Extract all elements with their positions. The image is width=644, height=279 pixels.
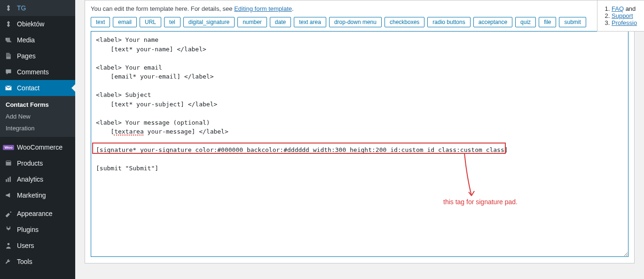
main-content: You can edit the form template here. For… — [75, 0, 644, 279]
sidebar-item-label: Products — [17, 159, 43, 167]
sidebar-sub-add-new[interactable]: Add New — [0, 111, 75, 122]
media-icon — [4, 35, 13, 45]
panel-description: You can edit the form template here. For… — [91, 5, 628, 12]
mail-icon — [4, 83, 13, 93]
svg-rect-3 — [9, 176, 10, 182]
sidebar-sub-contact-forms[interactable]: Contact Forms — [0, 99, 75, 111]
tag-button-submit[interactable]: submit — [559, 17, 586, 27]
tag-button-checkboxes[interactable]: checkboxes — [385, 17, 424, 27]
sidebar-item-comments[interactable]: Comments — [0, 64, 75, 80]
sidebar-item-analytics[interactable]: Analytics — [0, 171, 75, 187]
sidebar-item-label: WooCommerce — [17, 143, 63, 151]
sidebar-item-label: Obiektów — [17, 20, 44, 28]
analytics-icon — [4, 175, 13, 184]
sidebar-item-products[interactable]: Products — [0, 155, 75, 171]
textarea-wrapper: <label> Your name [text* your-name] </la… — [91, 31, 628, 258]
help-link-support[interactable]: Support — [612, 12, 633, 19]
editing-template-link[interactable]: Editing form template — [234, 5, 292, 12]
sidebar-sub-integration[interactable]: Integration — [0, 122, 75, 134]
sidebar-item-tg[interactable]: TG — [0, 0, 75, 16]
tag-button-url[interactable]: URL — [140, 17, 161, 27]
help-link-professional[interactable]: Professio — [612, 19, 637, 26]
tag-button-acceptance[interactable]: acceptance — [473, 17, 512, 27]
panel-desc-text: You can edit the form template here. For… — [91, 5, 234, 12]
svg-rect-1 — [6, 179, 7, 182]
tag-buttons-row: text email URL tel digital_signature num… — [91, 17, 628, 27]
comment-icon — [4, 67, 13, 77]
svg-point-0 — [6, 39, 7, 40]
sidebar-item-label: Comments — [17, 68, 49, 76]
sidebar-item-label: Contact — [17, 84, 39, 92]
plugins-icon — [4, 225, 13, 234]
tag-button-quiz[interactable]: quiz — [515, 17, 536, 27]
pin-icon — [4, 3, 13, 13]
sidebar-item-label: TG — [17, 4, 26, 12]
sidebar-item-plugins[interactable]: Plugins — [0, 222, 75, 238]
tag-button-dropdown[interactable]: drop-down menu — [329, 17, 382, 27]
tag-button-date[interactable]: date — [270, 17, 291, 27]
tag-button-radio[interactable]: radio buttons — [427, 17, 470, 27]
tag-button-textarea[interactable]: text area — [294, 17, 326, 27]
appearance-icon — [4, 209, 13, 218]
tools-icon — [4, 257, 13, 266]
tag-button-number[interactable]: number — [237, 17, 267, 27]
admin-sidebar: TG Obiektów Media Pages Comments — [0, 0, 75, 279]
svg-point-4 — [8, 243, 10, 245]
page-icon — [4, 51, 13, 61]
woo-icon: Woo — [4, 143, 13, 152]
sidebar-item-marketing[interactable]: Marketing — [0, 187, 75, 203]
tag-button-file[interactable]: file — [539, 17, 556, 27]
sidebar-item-label: Marketing — [17, 191, 46, 199]
sidebar-item-media[interactable]: Media — [0, 32, 75, 48]
sidebar-item-pages[interactable]: Pages — [0, 48, 75, 64]
sidebar-item-users[interactable]: Users — [0, 238, 75, 254]
sidebar-item-label: Plugins — [17, 226, 39, 233]
marketing-icon — [4, 191, 13, 200]
sidebar-item-label: Media — [17, 36, 35, 44]
form-panel: You can edit the form template here. For… — [85, 0, 635, 263]
sidebar-item-label: Pages — [17, 52, 36, 60]
pin-icon — [4, 19, 13, 29]
sidebar-item-label: Users — [17, 242, 34, 249]
products-icon — [4, 159, 13, 168]
tag-button-digital-signature[interactable]: digital_signature — [183, 17, 235, 27]
panel-desc-suffix: . — [292, 5, 294, 12]
sidebar-item-tools[interactable]: Tools — [0, 254, 75, 270]
sidebar-item-label: Tools — [17, 258, 32, 265]
sidebar-item-label: Analytics — [17, 175, 43, 183]
sidebar-submenu: Contact Forms Add New Integration — [0, 96, 75, 137]
sidebar-item-obiektow[interactable]: Obiektów — [0, 16, 75, 32]
sidebar-item-label: Appearance — [17, 210, 53, 217]
sidebar-item-appearance[interactable]: Appearance — [0, 206, 75, 222]
tag-button-tel[interactable]: tel — [164, 17, 181, 27]
sidebar-item-contact[interactable]: Contact — [0, 80, 75, 96]
help-link-faq[interactable]: FAQ — [612, 5, 624, 12]
help-panel: FAQ and Support Professio — [597, 0, 644, 32]
form-template-textarea[interactable] — [91, 31, 628, 257]
tag-button-text[interactable]: text — [91, 17, 110, 27]
sidebar-item-woocommerce[interactable]: Woo WooCommerce — [0, 139, 75, 155]
users-icon — [4, 241, 13, 250]
svg-rect-2 — [8, 178, 8, 182]
tag-button-email[interactable]: email — [113, 17, 137, 27]
